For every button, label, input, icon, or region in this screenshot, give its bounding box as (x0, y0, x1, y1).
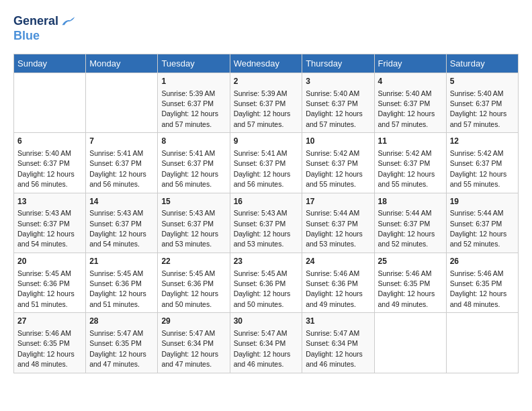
day-number: 8 (161, 136, 226, 147)
day-info: Sunrise: 5:39 AMSunset: 6:37 PMDaylight:… (234, 89, 291, 128)
day-cell: 26Sunrise: 5:46 AMSunset: 6:35 PMDayligh… (446, 253, 518, 312)
col-header-tuesday: Tuesday (158, 54, 230, 73)
week-row-5: 27Sunrise: 5:46 AMSunset: 6:35 PMDayligh… (14, 313, 519, 373)
day-cell: 7Sunrise: 5:41 AMSunset: 6:37 PMDaylight… (86, 133, 158, 193)
day-info: Sunrise: 5:40 AMSunset: 6:37 PMDaylight:… (17, 149, 75, 188)
day-cell (86, 73, 158, 132)
day-info: Sunrise: 5:45 AMSunset: 6:36 PMDaylight:… (89, 269, 146, 308)
day-cell: 24Sunrise: 5:46 AMSunset: 6:36 PMDayligh… (302, 253, 374, 312)
day-number: 3 (306, 76, 370, 87)
day-cell: 11Sunrise: 5:42 AMSunset: 6:37 PMDayligh… (374, 133, 446, 193)
logo: General Blue (13, 13, 76, 43)
day-cell: 20Sunrise: 5:45 AMSunset: 6:36 PMDayligh… (14, 253, 86, 312)
day-number: 2 (234, 76, 299, 87)
col-header-saturday: Saturday (446, 54, 518, 73)
page-header: General Blue (13, 13, 519, 43)
day-info: Sunrise: 5:47 AMSunset: 6:34 PMDaylight:… (161, 329, 218, 368)
day-info: Sunrise: 5:47 AMSunset: 6:34 PMDaylight:… (306, 329, 363, 368)
day-info: Sunrise: 5:41 AMSunset: 6:37 PMDaylight:… (89, 149, 146, 188)
day-cell: 8Sunrise: 5:41 AMSunset: 6:37 PMDaylight… (158, 133, 230, 193)
day-number: 19 (450, 196, 515, 208)
day-number: 14 (89, 196, 154, 208)
day-number: 31 (306, 316, 370, 327)
week-row-4: 20Sunrise: 5:45 AMSunset: 6:36 PMDayligh… (14, 253, 519, 312)
day-info: Sunrise: 5:46 AMSunset: 6:36 PMDaylight:… (306, 269, 363, 308)
day-info: Sunrise: 5:43 AMSunset: 6:37 PMDaylight:… (17, 209, 75, 248)
day-cell: 9Sunrise: 5:41 AMSunset: 6:37 PMDaylight… (230, 133, 302, 193)
day-info: Sunrise: 5:42 AMSunset: 6:37 PMDaylight:… (450, 149, 507, 188)
day-info: Sunrise: 5:39 AMSunset: 6:37 PMDaylight:… (161, 89, 218, 128)
day-info: Sunrise: 5:44 AMSunset: 6:37 PMDaylight:… (450, 209, 507, 248)
logo-bird-icon (60, 13, 76, 30)
day-number: 27 (17, 316, 82, 327)
day-number: 22 (161, 256, 226, 267)
day-number: 26 (450, 256, 515, 267)
day-info: Sunrise: 5:40 AMSunset: 6:37 PMDaylight:… (306, 89, 363, 128)
day-number: 15 (161, 196, 226, 208)
day-number: 17 (306, 196, 370, 208)
day-info: Sunrise: 5:45 AMSunset: 6:36 PMDaylight:… (161, 269, 218, 308)
week-row-1: 1Sunrise: 5:39 AMSunset: 6:37 PMDaylight… (14, 73, 519, 132)
day-cell (14, 73, 86, 132)
day-cell: 16Sunrise: 5:43 AMSunset: 6:37 PMDayligh… (230, 193, 302, 253)
day-number: 23 (234, 256, 299, 267)
day-info: Sunrise: 5:42 AMSunset: 6:37 PMDaylight:… (378, 149, 435, 188)
day-cell (374, 313, 446, 373)
day-info: Sunrise: 5:44 AMSunset: 6:37 PMDaylight:… (306, 209, 363, 248)
day-number: 18 (378, 196, 443, 208)
day-number: 11 (378, 136, 443, 147)
day-cell: 17Sunrise: 5:44 AMSunset: 6:37 PMDayligh… (302, 193, 374, 253)
col-header-monday: Monday (86, 54, 158, 73)
day-cell: 25Sunrise: 5:46 AMSunset: 6:35 PMDayligh… (374, 253, 446, 312)
col-header-wednesday: Wednesday (230, 54, 302, 73)
week-row-3: 13Sunrise: 5:43 AMSunset: 6:37 PMDayligh… (14, 193, 519, 253)
header-row: SundayMondayTuesdayWednesdayThursdayFrid… (14, 54, 519, 73)
day-info: Sunrise: 5:45 AMSunset: 6:36 PMDaylight:… (17, 269, 75, 308)
day-cell: 5Sunrise: 5:40 AMSunset: 6:37 PMDaylight… (446, 73, 518, 132)
day-cell: 30Sunrise: 5:47 AMSunset: 6:34 PMDayligh… (230, 313, 302, 373)
day-cell: 1Sunrise: 5:39 AMSunset: 6:37 PMDaylight… (158, 73, 230, 132)
day-cell: 23Sunrise: 5:45 AMSunset: 6:36 PMDayligh… (230, 253, 302, 312)
day-number: 13 (17, 196, 82, 208)
day-cell: 22Sunrise: 5:45 AMSunset: 6:36 PMDayligh… (158, 253, 230, 312)
day-info: Sunrise: 5:46 AMSunset: 6:35 PMDaylight:… (17, 329, 75, 368)
week-row-2: 6Sunrise: 5:40 AMSunset: 6:37 PMDaylight… (14, 133, 519, 193)
col-header-thursday: Thursday (302, 54, 374, 73)
day-info: Sunrise: 5:40 AMSunset: 6:37 PMDaylight:… (450, 89, 507, 128)
day-number: 7 (89, 136, 154, 147)
day-cell: 28Sunrise: 5:47 AMSunset: 6:35 PMDayligh… (86, 313, 158, 373)
day-info: Sunrise: 5:46 AMSunset: 6:35 PMDaylight:… (378, 269, 435, 308)
day-info: Sunrise: 5:41 AMSunset: 6:37 PMDaylight:… (234, 149, 291, 188)
day-cell: 19Sunrise: 5:44 AMSunset: 6:37 PMDayligh… (446, 193, 518, 253)
day-number: 1 (161, 76, 226, 87)
logo-text: General Blue (13, 13, 76, 43)
day-number: 30 (234, 316, 299, 327)
day-cell: 13Sunrise: 5:43 AMSunset: 6:37 PMDayligh… (14, 193, 86, 253)
day-cell: 2Sunrise: 5:39 AMSunset: 6:37 PMDaylight… (230, 73, 302, 132)
day-cell: 27Sunrise: 5:46 AMSunset: 6:35 PMDayligh… (14, 313, 86, 373)
day-info: Sunrise: 5:43 AMSunset: 6:37 PMDaylight:… (161, 209, 218, 248)
day-info: Sunrise: 5:47 AMSunset: 6:35 PMDaylight:… (89, 329, 146, 368)
day-info: Sunrise: 5:42 AMSunset: 6:37 PMDaylight:… (306, 149, 363, 188)
day-cell (446, 313, 518, 373)
day-number: 28 (89, 316, 154, 327)
day-cell: 21Sunrise: 5:45 AMSunset: 6:36 PMDayligh… (86, 253, 158, 312)
day-info: Sunrise: 5:47 AMSunset: 6:34 PMDaylight:… (234, 329, 291, 368)
day-cell: 15Sunrise: 5:43 AMSunset: 6:37 PMDayligh… (158, 193, 230, 253)
day-number: 29 (161, 316, 226, 327)
day-cell: 31Sunrise: 5:47 AMSunset: 6:34 PMDayligh… (302, 313, 374, 373)
day-cell: 14Sunrise: 5:43 AMSunset: 6:37 PMDayligh… (86, 193, 158, 253)
day-number: 21 (89, 256, 154, 267)
col-header-sunday: Sunday (14, 54, 86, 73)
day-info: Sunrise: 5:46 AMSunset: 6:35 PMDaylight:… (450, 269, 507, 308)
day-number: 20 (17, 256, 82, 267)
day-number: 12 (450, 136, 515, 147)
day-cell: 12Sunrise: 5:42 AMSunset: 6:37 PMDayligh… (446, 133, 518, 193)
col-header-friday: Friday (374, 54, 446, 73)
day-info: Sunrise: 5:45 AMSunset: 6:36 PMDaylight:… (234, 269, 291, 308)
day-number: 10 (306, 136, 370, 147)
day-cell: 3Sunrise: 5:40 AMSunset: 6:37 PMDaylight… (302, 73, 374, 132)
day-number: 25 (378, 256, 443, 267)
day-cell: 29Sunrise: 5:47 AMSunset: 6:34 PMDayligh… (158, 313, 230, 373)
day-info: Sunrise: 5:43 AMSunset: 6:37 PMDaylight:… (89, 209, 146, 248)
